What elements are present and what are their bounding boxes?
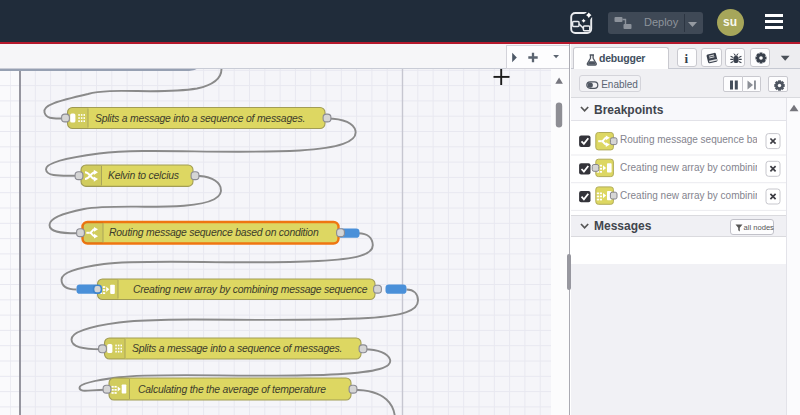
svg-text:Calculating the the average of: Calculating the the average of temperatu…	[138, 383, 326, 394]
svg-text:Kelvin to celcius: Kelvin to celcius	[108, 170, 179, 181]
svg-text:Creating new array by combinin: Creating new array by combining message …	[133, 283, 368, 294]
svg-text:Routing message sequence based: Routing message sequence based on condit…	[109, 227, 319, 238]
svg-text:Splits a message into a sequen: Splits a message into a sequence of mess…	[95, 112, 305, 123]
svg-text:Splits a message into a sequen: Splits a message into a sequence of mess…	[132, 343, 342, 354]
